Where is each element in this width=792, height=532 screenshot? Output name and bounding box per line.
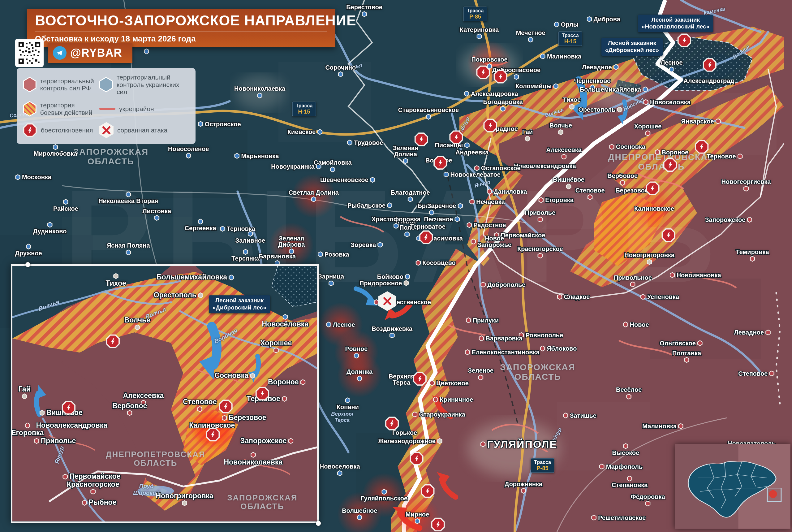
inset-map: ТихоеБольшемихайловкаОрестопольНовосёлов…: [11, 264, 319, 523]
combat-hex-icon: [23, 101, 37, 117]
failed-attack-icon: [99, 122, 114, 138]
rybar-badge[interactable]: @RYBAR: [48, 43, 133, 63]
page-title: ВОСТОЧНО-ЗАПОРОЖСКОЕ НАПРАВЛЕНИЕ: [35, 13, 327, 28]
ua-hex-icon: [99, 77, 113, 92]
strike-glow: [290, 173, 337, 219]
region-label: ЗАПОРОЖСКАЯ ОБЛАСТЬ: [73, 147, 149, 167]
road-badge: ТрассаР-85: [530, 458, 554, 473]
forest-reserve-badge: Лесной заказник «Дибровский лес»: [601, 38, 663, 56]
telegram-icon: [53, 46, 66, 60]
rf-hex-icon: [23, 77, 37, 92]
region-label: ДНЕПРОПЕТРОВСКАЯ ОБЛАСТЬ: [608, 153, 715, 172]
ukraine-minimap: [675, 444, 790, 529]
legend-label: территориальный контроль украинских сил: [117, 74, 189, 96]
legend-label: укрепрайон: [119, 105, 154, 113]
legend-label: боестолкновения: [41, 127, 93, 134]
legend: территориальный контроль сил РФ территор…: [17, 68, 196, 144]
region-label: ЗАПОРОЖСКАЯ ОБЛАСТЬ: [227, 493, 297, 511]
legend-item-rf-control: территориальный контроль сил РФ: [23, 74, 95, 96]
region-label: ЗАПОРОЖСКАЯ ОБЛАСТЬ: [500, 363, 576, 382]
river-label: Верхняя Терса: [331, 411, 353, 423]
river-label: Пруд Широкий: [133, 483, 160, 496]
forest-reserve-badge: Лесной заказник «Новопавловский лес»: [638, 15, 713, 33]
legend-item-clashes: боестолкновения: [23, 122, 95, 138]
map-canvas: РЫБАРЬ ВОСТОЧНО-ЗАПОРОЖСКОЕ НАПРАВЛЕНИЕ …: [0, 0, 792, 532]
legend-label: территория боевых действий: [40, 101, 95, 116]
legend-item-ua-control: территориальный контроль украинских сил: [99, 74, 189, 96]
legend-label: сорванная атака: [117, 127, 167, 134]
clash-icon: [23, 123, 37, 137]
road-badge: ТрассаН-15: [292, 102, 316, 116]
legend-item-failed-attack: сорванная атака: [99, 122, 189, 138]
fortline-icon: [99, 108, 115, 110]
brand-row: @RYBAR: [15, 39, 133, 67]
rybar-handle: @RYBAR: [70, 46, 122, 59]
legend-label: территориальный контроль сил РФ: [40, 77, 95, 92]
strike-glow: [336, 352, 383, 398]
region-label: ДНЕПРОПЕТРОВСКАЯ ОБЛАСТЬ: [106, 450, 206, 468]
minimap-highlight-spot: [769, 490, 777, 498]
legend-item-combat-zone: территория боевых действий: [23, 101, 95, 117]
forest-reserve-badge: Лесной заказник «Дибровский лес»: [209, 295, 270, 313]
road-badge: ТрассаН-15: [558, 32, 582, 46]
qr-code: [15, 39, 44, 67]
strike-glow: [268, 222, 315, 268]
legend-item-fortified-area: укрепрайон: [99, 101, 189, 117]
road-badge: ТрассаР-85: [463, 6, 487, 21]
